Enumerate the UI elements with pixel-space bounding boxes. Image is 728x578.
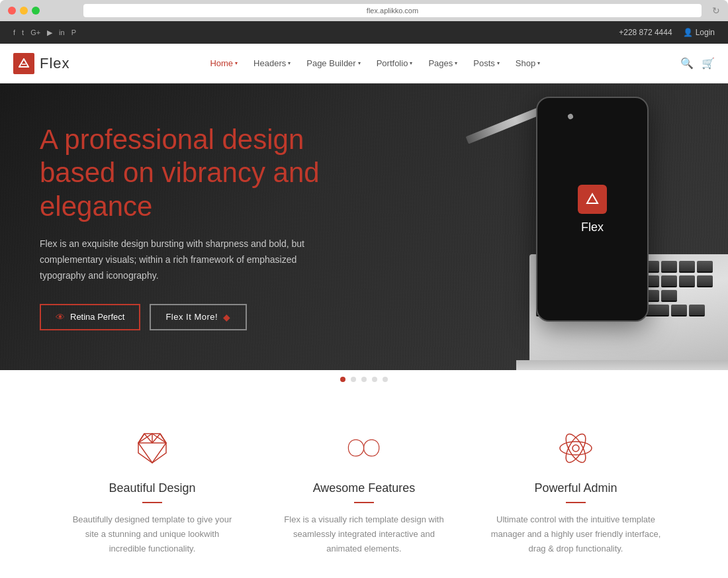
nav-item-portfolio[interactable]: Portfolio ▾ [370, 53, 420, 73]
laptop-base [516, 360, 728, 370]
diamond-icon: ◆ [223, 312, 231, 322]
nav-item-headers[interactable]: Headers ▾ [247, 53, 297, 73]
chevron-down-icon: ▾ [358, 60, 361, 66]
feature-title-1: Beautiful Design [66, 481, 238, 495]
retina-perfect-button[interactable]: 👁 Retina Perfect [40, 304, 140, 330]
browser-maximize-dot[interactable] [32, 7, 40, 15]
utility-right: +228 872 4444 👤 Login [619, 28, 715, 37]
login-link[interactable]: 👤 Login [683, 28, 715, 37]
feature-underline-3 [566, 502, 586, 503]
social-links: f t G+ ▶ in P [13, 28, 76, 37]
url-text: flex.aplikko.com [367, 7, 418, 15]
phone-logo-icon [578, 185, 607, 214]
linkedin-icon[interactable]: in [59, 28, 65, 36]
slider-dot-2[interactable] [351, 377, 356, 382]
main-navigation: Flex Home ▾ Headers ▾ Page Builder ▾ Por… [0, 44, 728, 83]
nav-item-shop[interactable]: Shop ▾ [509, 53, 547, 73]
nav-item-home[interactable]: Home ▾ [203, 53, 244, 73]
atom-feature-icon [556, 428, 596, 468]
googleplus-icon[interactable]: G+ [30, 28, 40, 36]
browser-body: f t G+ ▶ in P +228 872 4444 👤 Login [0, 21, 728, 578]
address-bar[interactable]: flex.aplikko.com [83, 4, 702, 17]
hero-devices: Flex [397, 83, 728, 370]
user-icon: 👤 [683, 28, 693, 37]
chevron-down-icon: ▾ [497, 60, 500, 66]
nav-item-pages[interactable]: Pages ▾ [422, 53, 464, 73]
feature-desc-1: Beautifully designed template to give yo… [66, 512, 238, 556]
features-section: Beautiful Design Beautifully designed te… [0, 389, 728, 578]
svg-marker-2 [587, 194, 598, 203]
feature-awesome-features: Awesome Features Flex is a visually rich… [278, 428, 450, 556]
slider-pagination [0, 370, 728, 389]
search-icon[interactable]: 🔍 [680, 57, 694, 70]
browser-close-dot[interactable] [8, 7, 16, 15]
hero-title: A professional design based on vibrancy … [40, 123, 331, 223]
feature-beautiful-design: Beautiful Design Beautifully designed te… [66, 428, 238, 556]
chevron-down-icon: ▾ [455, 60, 457, 66]
chevron-down-icon: ▾ [235, 60, 238, 66]
feature-desc-2: Flex is a visually rich template design … [278, 512, 450, 556]
slider-dot-5[interactable] [383, 377, 388, 382]
svg-marker-0 [19, 59, 28, 67]
phone-number: +228 872 4444 [619, 28, 672, 37]
logo-text: Flex [40, 55, 70, 72]
cart-icon[interactable]: 🛒 [702, 57, 715, 70]
nav-item-posts[interactable]: Posts ▾ [467, 53, 506, 73]
pinterest-icon[interactable]: P [71, 28, 76, 36]
phone-logo-text: Flex [581, 220, 604, 234]
browser-minimize-dot[interactable] [20, 7, 28, 15]
slider-dot-1[interactable] [340, 377, 345, 382]
phone-mockup: Flex [536, 97, 649, 322]
feature-underline-2 [354, 502, 374, 503]
chevron-down-icon: ▾ [410, 60, 412, 66]
chevron-down-icon: ▾ [288, 60, 291, 66]
nav-item-page-builder[interactable]: Page Builder ▾ [300, 53, 367, 73]
svg-point-11 [572, 445, 579, 452]
site-logo[interactable]: Flex [13, 53, 70, 74]
hero-description: Flex is an exquisite design bursting wit… [40, 236, 318, 283]
refresh-icon[interactable]: ↻ [712, 5, 720, 16]
browser-window: flex.aplikko.com ↻ f t G+ ▶ in P +228 87… [0, 0, 728, 578]
slider-dot-4[interactable] [372, 377, 377, 382]
svg-point-12 [560, 442, 592, 455]
facebook-icon[interactable]: f [13, 28, 15, 36]
slider-dot-3[interactable] [361, 377, 367, 382]
browser-titlebar: flex.aplikko.com ↻ [0, 0, 728, 21]
twitter-icon[interactable]: t [22, 28, 24, 36]
feature-underline-1 [142, 502, 162, 503]
feature-title-2: Awesome Features [278, 481, 450, 495]
nav-menu: Home ▾ Headers ▾ Page Builder ▾ Portfoli… [203, 53, 547, 73]
hero-section: Flex [0, 83, 728, 370]
diamond-feature-icon [132, 428, 172, 468]
feature-desc-3: Ultimate control with the intuitive temp… [490, 512, 662, 556]
infinity-feature-icon [344, 428, 384, 468]
feature-powerful-admin: Powerful Admin Ultimate control with the… [490, 428, 662, 556]
eye-icon: 👁 [56, 312, 65, 322]
hero-content: A professional design based on vibrancy … [0, 83, 371, 370]
flex-it-more-button[interactable]: Flex It More! ◆ [150, 304, 246, 330]
logo-icon [13, 53, 34, 74]
utility-bar: f t G+ ▶ in P +228 872 4444 👤 Login [0, 21, 728, 44]
chevron-down-icon: ▾ [537, 60, 540, 66]
hero-buttons: 👁 Retina Perfect Flex It More! ◆ [40, 304, 331, 330]
youtube-icon[interactable]: ▶ [47, 28, 52, 37]
nav-action-icons: 🔍 🛒 [680, 57, 715, 70]
feature-title-3: Powerful Admin [490, 481, 662, 495]
